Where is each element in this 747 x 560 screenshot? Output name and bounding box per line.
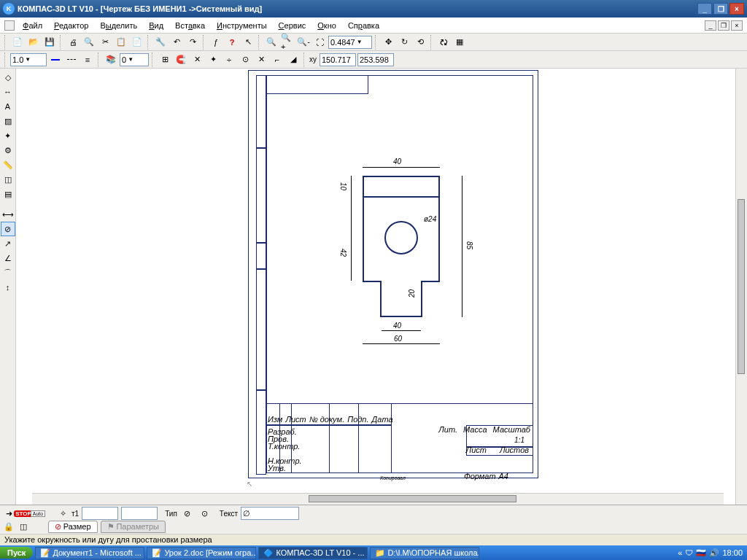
menu-service[interactable]: Сервис — [273, 20, 312, 31]
coord-y-input[interactable] — [357, 53, 394, 66]
point-icon[interactable]: ✧ — [57, 508, 69, 519]
clock[interactable]: 18:00 — [722, 548, 743, 557]
mdi-restore-button[interactable]: ❐ — [718, 20, 729, 31]
annotation-tool[interactable]: A — [1, 99, 15, 114]
print-button[interactable]: 🖨 — [66, 35, 80, 50]
edit-tool[interactable]: ✦ — [1, 128, 15, 143]
taskbar-item-kompas[interactable]: 🔷 КОМПАС-3D LT V10 - ... — [258, 547, 368, 559]
ortho-button[interactable]: ⌐ — [270, 52, 285, 67]
zoom-prev-button[interactable]: ⟲ — [413, 35, 427, 50]
menu-tools[interactable]: Инструменты — [211, 20, 273, 31]
params-tool[interactable]: ⚙ — [1, 143, 15, 158]
menu-select[interactable]: Выделить — [94, 20, 143, 31]
t1-y-input[interactable] — [121, 507, 158, 520]
tab-parameters[interactable]: ⚑ Параметры — [101, 521, 166, 533]
snap-button[interactable]: 🧲 — [174, 52, 188, 67]
linetype-button[interactable] — [48, 52, 63, 67]
taskbar-item-word[interactable]: 📝 Документ1 - Microsoft ... — [35, 547, 144, 559]
copy-button[interactable]: 📋 — [114, 35, 128, 50]
close-button[interactable]: × — [729, 3, 744, 15]
auto-button[interactable]: Auto — [32, 508, 44, 519]
layers-button[interactable]: 📚 — [104, 52, 118, 67]
canvas[interactable]: 40 10 ø24 42 20 40 60 85 Изм Лист № доку… — [16, 69, 735, 505]
mdi-minimize-button[interactable]: _ — [705, 20, 716, 31]
menu-edit[interactable]: Редактор — [48, 20, 94, 31]
start-button[interactable]: Пуск — [0, 547, 33, 559]
toolbar-gripper[interactable] — [4, 20, 15, 31]
menu-view[interactable]: Вид — [143, 20, 169, 31]
open-button[interactable]: 📂 — [26, 35, 41, 50]
refresh-button[interactable]: 🗘 — [436, 35, 451, 50]
mdi-close-button[interactable]: × — [731, 20, 743, 31]
arc-dim-tool[interactable]: ⌒ — [1, 265, 15, 280]
zoom-in-button[interactable]: 🔍+ — [280, 35, 295, 50]
coord-x-input[interactable] — [320, 53, 356, 66]
geometry-tool[interactable]: ◇ — [1, 70, 15, 85]
zoom-window-button[interactable]: 🔍 — [264, 35, 279, 50]
snap-int-button[interactable]: ✕ — [254, 52, 268, 67]
select-tool[interactable]: ◫ — [1, 172, 15, 187]
t1-x-input[interactable] — [82, 507, 118, 520]
save-button[interactable]: 💾 — [42, 35, 57, 50]
menu-file[interactable]: Файл — [17, 20, 48, 31]
zoom-fit-button[interactable]: ⛶ — [312, 35, 327, 50]
gripper[interactable] — [4, 52, 7, 67]
scale-combo[interactable]: 1.0▼ — [10, 53, 47, 66]
cut-button[interactable]: ✂ — [98, 35, 112, 50]
height-dim-tool[interactable]: ↕ — [1, 280, 15, 295]
variables-button[interactable]: ƒ — [209, 35, 223, 50]
linetype2-button[interactable] — [64, 52, 79, 67]
spec-tool[interactable]: ▤ — [1, 187, 15, 201]
snap-end-button[interactable]: ✦ — [206, 52, 220, 67]
scrollbar-vertical[interactable] — [735, 69, 747, 505]
diameter-dim-tool[interactable]: ⊘ — [1, 222, 15, 236]
snap-mid-button[interactable]: ÷ — [222, 52, 236, 67]
zoom-combo[interactable]: 0.4847▼ — [328, 36, 372, 49]
radial-dim-tool[interactable]: ↗ — [1, 236, 15, 251]
tray-flag-icon[interactable]: 🇷🇺 — [696, 548, 706, 558]
menu-insert[interactable]: Вставка — [169, 20, 211, 31]
paste-button[interactable]: 📄 — [130, 35, 144, 50]
lock-icon[interactable]: 🔒 — [3, 521, 15, 532]
linetype3-button[interactable]: ≡ — [80, 52, 95, 67]
bp-option-button[interactable]: ◫ — [18, 521, 29, 532]
create-object-button[interactable]: ➜ — [3, 508, 15, 519]
pan-button[interactable]: ✥ — [381, 35, 395, 50]
dimension-tool[interactable]: ↔ — [1, 85, 15, 99]
undo-button[interactable]: ↶ — [169, 35, 184, 50]
tray-expand-icon[interactable]: « — [678, 548, 682, 557]
tray-shield-icon[interactable]: 🛡 — [685, 548, 693, 557]
grid-button[interactable]: ⊞ — [158, 52, 172, 67]
type-opt1-button[interactable]: ⊘ — [180, 506, 195, 521]
text-input[interactable] — [241, 507, 299, 520]
properties-button[interactable]: 🔧 — [153, 35, 168, 50]
preview-button[interactable]: 🔍 — [82, 35, 96, 50]
hatch-tool[interactable]: ▨ — [1, 114, 15, 128]
linear-dim-tool[interactable]: ⟷ — [1, 207, 15, 222]
angular-dim-tool[interactable]: ∠ — [1, 251, 15, 265]
tab-dimension[interactable]: ⊘ Размер — [48, 521, 98, 533]
system-tray[interactable]: « 🛡 🇷🇺 🔊 18:00 — [673, 547, 747, 559]
taskbar-item-doc[interactable]: 📝 Урок 2.doc [Режим огра... — [147, 547, 256, 559]
measure-tool[interactable]: 📏 — [1, 158, 15, 172]
layer-combo[interactable]: 0▼ — [120, 53, 149, 66]
help-button[interactable]: ? — [225, 35, 239, 50]
minimize-button[interactable]: _ — [697, 3, 712, 15]
taskbar-item-folder[interactable]: 📁 D:\I.М\ОПОРНАЯ школа... — [370, 547, 479, 559]
redo-button[interactable]: ↷ — [185, 35, 200, 50]
gripper[interactable] — [4, 35, 7, 50]
stop-button[interactable]: STOP — [18, 508, 29, 519]
new-button[interactable]: 📄 — [10, 35, 25, 50]
type-opt2-button[interactable]: ⊙ — [198, 506, 212, 521]
zoom-out-button[interactable]: 🔍- — [296, 35, 311, 50]
snap-center-button[interactable]: ⊙ — [238, 52, 252, 67]
rotate-button[interactable]: ↻ — [397, 35, 411, 50]
lcs-button[interactable]: ◢ — [286, 52, 301, 67]
coord-button[interactable]: ✕ — [190, 52, 204, 67]
display-button[interactable]: ▦ — [452, 35, 467, 50]
menu-window[interactable]: Окно — [311, 20, 342, 31]
pointer-button[interactable]: ↖ — [241, 35, 255, 50]
restore-button[interactable]: ❐ — [713, 3, 728, 15]
scrollbar-horizontal[interactable] — [32, 493, 724, 505]
tray-volume-icon[interactable]: 🔊 — [709, 548, 719, 558]
